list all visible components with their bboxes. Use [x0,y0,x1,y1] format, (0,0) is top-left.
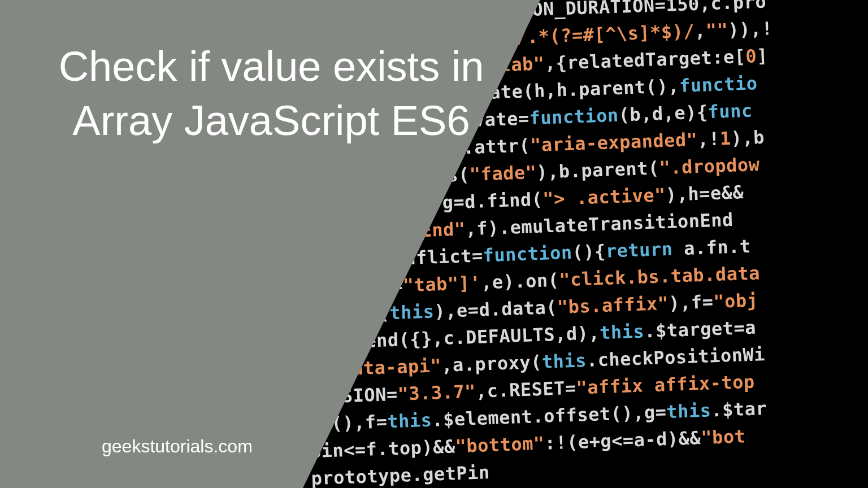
banner-container: Check if value exists in Array JavaScrip… [0,0,868,488]
article-title: Check if value exists in Array JavaScrip… [37,40,506,148]
site-name: geekstutorials.com [102,436,253,457]
